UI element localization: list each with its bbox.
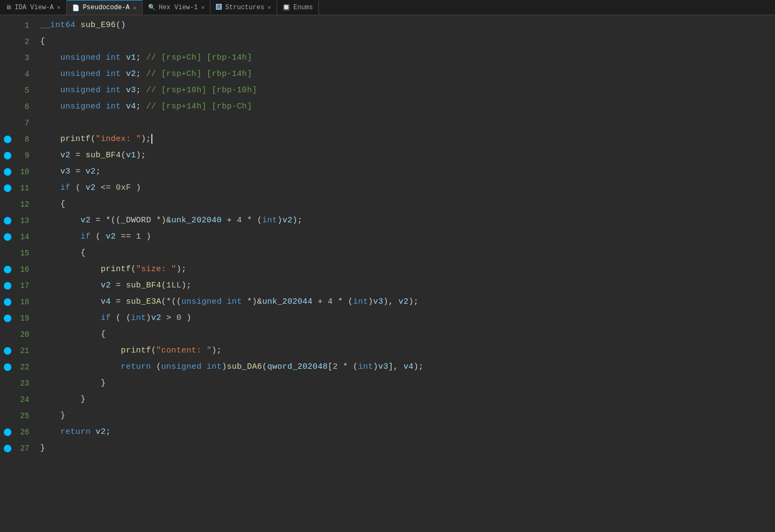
code-line-26[interactable]: 26 return v2;: [0, 424, 775, 440]
code-content-11: if ( v2 <= 0xF ): [36, 180, 775, 196]
code-line-3[interactable]: 3 unsigned int v1; // [rsp+Ch] [rbp-14h]: [0, 50, 775, 66]
line-number-25: 25: [15, 408, 36, 424]
line-number-12: 12: [15, 196, 36, 213]
line-number-13: 13: [15, 213, 36, 229]
code-line-15[interactable]: 15 {: [0, 245, 775, 261]
breakpoint-dot-16: [4, 266, 11, 273]
tab-close-pseudocode-a[interactable]: ✕: [133, 4, 137, 11]
line-number-20: 20: [15, 326, 36, 343]
code-line-13[interactable]: 13 v2 = *((_DWORD *)&unk_202040 + 4 * (i…: [0, 213, 775, 229]
code-content-8: printf("index: ");: [36, 131, 775, 148]
breakpoint-col-9[interactable]: [0, 152, 15, 159]
code-content-22: return (unsigned int)sub_DA6(qword_20204…: [36, 359, 775, 375]
code-content-4: unsigned int v2; // [rsp+Ch] [rbp-14h]: [36, 66, 775, 82]
line-number-21: 21: [15, 343, 36, 359]
code-line-5[interactable]: 5 unsigned int v3; // [rsp+10h] [rbp-10h…: [0, 82, 775, 99]
breakpoint-col-8[interactable]: [0, 136, 15, 143]
cursor-bar: [151, 134, 152, 144]
breakpoint-col-26[interactable]: [0, 428, 15, 436]
code-content-10: v3 = v2;: [36, 164, 775, 180]
breakpoint-dot-8: [4, 136, 11, 143]
code-line-21[interactable]: 21 printf("content: ");: [0, 343, 775, 359]
code-content-1: __int64 sub_E96(): [36, 17, 775, 34]
breakpoint-col-17[interactable]: [0, 282, 15, 290]
code-line-23[interactable]: 23 }: [0, 375, 775, 392]
breakpoint-dot-26: [4, 428, 11, 436]
tab-icon-ida-view-a: 🖥: [5, 4, 11, 11]
breakpoint-dot-22: [4, 363, 11, 371]
breakpoint-col-10[interactable]: [0, 168, 15, 176]
code-area[interactable]: 1__int64 sub_E96()2{3 unsigned int v1; /…: [0, 15, 775, 532]
line-number-8: 8: [15, 131, 36, 148]
tab-hex-view-1[interactable]: 🔍Hex View-1✕: [143, 0, 211, 15]
tab-label-pseudocode-a: Pseudocode-A: [83, 4, 130, 11]
code-content-3: unsigned int v1; // [rsp+Ch] [rbp-14h]: [36, 50, 775, 66]
code-content-26: return v2;: [36, 424, 775, 440]
tab-structures[interactable]: 🅰Structures✕: [210, 0, 277, 15]
line-number-11: 11: [15, 180, 36, 196]
code-line-12[interactable]: 12 {: [0, 196, 775, 213]
code-content-24: }: [36, 392, 775, 408]
tab-bar: 🖥IDA View-A✕📄Pseudocode-A✕🔍Hex View-1✕🅰S…: [0, 0, 775, 15]
code-line-9[interactable]: 9 v2 = sub_BF4(v1);: [0, 148, 775, 164]
code-line-16[interactable]: 16 printf("size: ");: [0, 261, 775, 278]
code-line-1[interactable]: 1__int64 sub_E96(): [0, 17, 775, 34]
breakpoint-col-13[interactable]: [0, 217, 15, 225]
line-number-5: 5: [15, 82, 36, 99]
line-number-23: 23: [15, 375, 36, 392]
code-content-25: }: [36, 408, 775, 424]
code-line-24[interactable]: 24 }: [0, 392, 775, 408]
code-content-12: {: [36, 196, 775, 213]
breakpoint-dot-14: [4, 233, 11, 241]
tab-label-structures: Structures: [225, 4, 264, 11]
tab-icon-pseudocode-a: 📄: [72, 4, 80, 11]
code-line-18[interactable]: 18 v4 = sub_E3A(*((unsigned int *)&unk_2…: [0, 294, 775, 310]
line-number-6: 6: [15, 99, 36, 115]
breakpoint-dot-9: [4, 152, 11, 159]
line-number-10: 10: [15, 164, 36, 180]
code-line-10[interactable]: 10 v3 = v2;: [0, 164, 775, 180]
code-line-6[interactable]: 6 unsigned int v4; // [rsp+14h] [rbp-Ch]: [0, 99, 775, 115]
code-line-14[interactable]: 14 if ( v2 == 1 ): [0, 229, 775, 245]
line-number-24: 24: [15, 392, 36, 408]
breakpoint-col-22[interactable]: [0, 363, 15, 371]
line-number-14: 14: [15, 229, 36, 245]
code-line-7[interactable]: 7: [0, 115, 775, 131]
breakpoint-col-27[interactable]: [0, 445, 15, 452]
tab-pseudocode-a[interactable]: 📄Pseudocode-A✕: [67, 0, 143, 15]
code-content-18: v4 = sub_E3A(*((unsigned int *)&unk_2020…: [36, 294, 775, 310]
code-content-5: unsigned int v3; // [rsp+10h] [rbp-10h]: [36, 82, 775, 99]
breakpoint-dot-27: [4, 445, 11, 452]
line-number-2: 2: [15, 34, 36, 50]
tab-enums[interactable]: 🔲Enums: [277, 0, 319, 15]
tab-close-structures[interactable]: ✕: [267, 4, 271, 11]
breakpoint-col-11[interactable]: [0, 184, 15, 192]
tab-label-ida-view-a: IDA View-A: [15, 4, 54, 11]
code-line-8[interactable]: 8 printf("index: ");: [0, 131, 775, 148]
breakpoint-col-21[interactable]: [0, 347, 15, 355]
breakpoint-dot-10: [4, 168, 11, 176]
breakpoint-col-19[interactable]: [0, 315, 15, 322]
line-number-3: 3: [15, 50, 36, 66]
code-line-4[interactable]: 4 unsigned int v2; // [rsp+Ch] [rbp-14h]: [0, 66, 775, 82]
code-line-11[interactable]: 11 if ( v2 <= 0xF ): [0, 180, 775, 196]
code-line-20[interactable]: 20 {: [0, 326, 775, 343]
tab-close-hex-view-1[interactable]: ✕: [201, 4, 205, 11]
code-content-9: v2 = sub_BF4(v1);: [36, 148, 775, 164]
tab-icon-enums: 🔲: [283, 4, 290, 11]
code-line-25[interactable]: 25 }: [0, 408, 775, 424]
code-content-13: v2 = *((_DWORD *)&unk_202040 + 4 * (int)…: [36, 213, 775, 229]
code-content-21: printf("content: ");: [36, 343, 775, 359]
code-line-2[interactable]: 2{: [0, 34, 775, 50]
tab-close-ida-view-a[interactable]: ✕: [57, 4, 61, 11]
line-number-16: 16: [15, 261, 36, 278]
breakpoint-col-14[interactable]: [0, 233, 15, 241]
code-line-27[interactable]: 27}: [0, 440, 775, 457]
tab-ida-view-a[interactable]: 🖥IDA View-A✕: [0, 0, 67, 15]
code-line-19[interactable]: 19 if ( (int)v2 > 0 ): [0, 310, 775, 326]
code-line-17[interactable]: 17 v2 = sub_BF4(1LL);: [0, 278, 775, 294]
breakpoint-dot-19: [4, 315, 11, 322]
breakpoint-col-18[interactable]: [0, 298, 15, 306]
code-line-22[interactable]: 22 return (unsigned int)sub_DA6(qword_20…: [0, 359, 775, 375]
breakpoint-col-16[interactable]: [0, 266, 15, 273]
